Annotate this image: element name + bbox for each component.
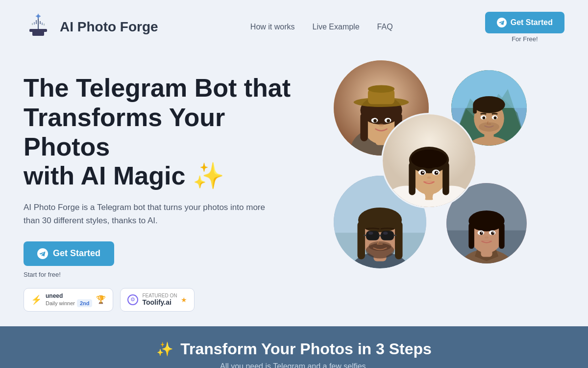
lightning-icon: ⚡ bbox=[31, 294, 42, 305]
nav-live-example[interactable]: Live Example bbox=[313, 23, 360, 31]
toolify-name: Toolify.ai bbox=[142, 298, 177, 306]
logo-area: AI Photo Forge bbox=[24, 12, 158, 42]
svg-rect-92 bbox=[499, 223, 505, 249]
svg-point-57 bbox=[411, 150, 447, 169]
svg-point-29 bbox=[387, 119, 390, 123]
nav-faq[interactable]: FAQ bbox=[377, 23, 393, 31]
svg-point-25 bbox=[368, 85, 394, 93]
svg-rect-8 bbox=[44, 24, 45, 26]
svg-rect-73 bbox=[395, 221, 403, 260]
svg-point-43 bbox=[483, 116, 486, 119]
svg-point-62 bbox=[422, 172, 424, 173]
svg-rect-79 bbox=[364, 235, 367, 236]
uneed-text-group: uneed Daily winner 2nd bbox=[46, 292, 92, 307]
toolify-featured-label: FEATURED ON bbox=[142, 293, 177, 298]
telegram-icon-hero bbox=[37, 248, 48, 259]
toolify-badge[interactable]: ⚙ FEATURED ON Toolify.ai ★ bbox=[120, 288, 195, 312]
svg-rect-91 bbox=[468, 223, 474, 249]
svg-point-28 bbox=[373, 119, 377, 123]
svg-rect-77 bbox=[381, 231, 394, 240]
svg-point-9 bbox=[37, 15, 40, 18]
svg-rect-76 bbox=[366, 231, 379, 240]
bottom-title-row: ✨ Transform Your Photos in 3 Steps bbox=[24, 340, 564, 358]
svg-rect-7 bbox=[32, 23, 33, 25]
svg-point-63 bbox=[436, 172, 438, 173]
star-icon: ★ bbox=[181, 296, 187, 304]
header-cta-area: Get Started For Free! bbox=[485, 12, 564, 43]
header-get-started-button[interactable]: Get Started bbox=[485, 12, 564, 33]
bottom-section: ✨ Transform Your Photos in 3 Steps All y… bbox=[0, 326, 588, 368]
telegram-icon bbox=[497, 18, 507, 27]
toolify-gear-icon: ⚙ bbox=[127, 294, 138, 305]
svg-point-99 bbox=[485, 237, 489, 239]
hero-description: AI Photo Forge is a Telegram bot that tu… bbox=[24, 201, 278, 227]
svg-point-39 bbox=[473, 96, 505, 113]
brand-name: AI Photo Forge bbox=[60, 19, 158, 35]
nav: How it works Live Example FAQ bbox=[250, 23, 393, 31]
svg-rect-5 bbox=[34, 22, 35, 25]
svg-rect-72 bbox=[357, 221, 365, 260]
svg-point-64 bbox=[427, 176, 431, 179]
svg-point-98 bbox=[492, 232, 493, 233]
start-free-text: Start for free! bbox=[24, 271, 308, 278]
hero-title: The Telegram Bot that Transforms Your Ph… bbox=[24, 74, 308, 191]
svg-point-97 bbox=[481, 232, 482, 233]
hero-section: The Telegram Bot that Transforms Your Ph… bbox=[0, 54, 588, 326]
svg-rect-56 bbox=[442, 162, 449, 195]
header-for-free-label: For Free! bbox=[512, 35, 538, 43]
svg-point-30 bbox=[379, 124, 384, 127]
uneed-subtitle: Daily winner bbox=[46, 300, 75, 306]
bottom-title: Transform Your Photos in 3 Steps bbox=[180, 340, 432, 358]
header: AI Photo Forge How it works Live Example… bbox=[0, 0, 588, 54]
uneed-name: uneed bbox=[46, 292, 63, 299]
svg-rect-55 bbox=[409, 162, 416, 195]
svg-rect-4 bbox=[40, 21, 41, 24]
svg-rect-3 bbox=[36, 20, 37, 24]
hero-left: The Telegram Bot that Transforms Your Ph… bbox=[24, 64, 308, 312]
uneed-rank: 2nd bbox=[77, 299, 93, 307]
hero-get-started-button[interactable]: Get Started bbox=[24, 241, 114, 266]
hero-photo-collage bbox=[327, 59, 533, 270]
nav-how-it-works[interactable]: How it works bbox=[250, 23, 295, 31]
svg-rect-1 bbox=[29, 29, 47, 32]
svg-point-44 bbox=[494, 116, 497, 119]
svg-rect-78 bbox=[379, 235, 381, 237]
photo-woman-white bbox=[381, 113, 477, 209]
logo-icon bbox=[24, 12, 53, 42]
uneed-badge[interactable]: ⚡ uneed Daily winner 2nd 🏆 bbox=[24, 288, 113, 312]
toolify-text-group: FEATURED ON Toolify.ai bbox=[142, 293, 177, 306]
svg-point-82 bbox=[383, 232, 388, 235]
svg-rect-40 bbox=[473, 104, 477, 113]
trophy-icon: 🏆 bbox=[96, 295, 106, 304]
svg-rect-2 bbox=[38, 17, 39, 29]
svg-rect-6 bbox=[42, 23, 43, 25]
svg-point-95 bbox=[480, 232, 483, 235]
svg-rect-21 bbox=[360, 113, 368, 141]
magic-wand-icon: ✨ bbox=[156, 341, 173, 357]
badges-area: ⚡ uneed Daily winner 2nd 🏆 ⚙ FEATURED ON bbox=[24, 288, 308, 312]
bottom-subtitle: All you need is Telegram and a few selfi… bbox=[24, 362, 564, 368]
svg-rect-80 bbox=[393, 235, 396, 236]
svg-point-96 bbox=[491, 232, 494, 235]
svg-point-81 bbox=[368, 232, 373, 235]
